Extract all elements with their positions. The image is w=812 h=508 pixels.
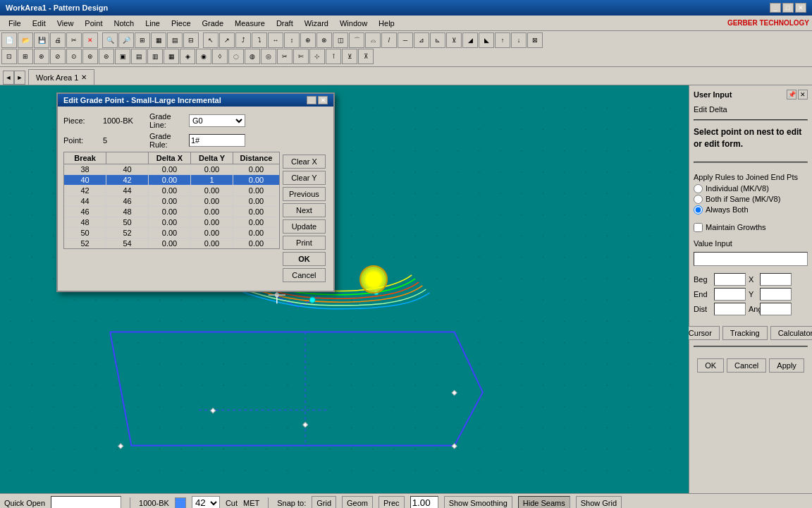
input-dy-5[interactable] xyxy=(192,218,231,226)
panel-apply-button[interactable]: Apply xyxy=(769,358,804,373)
panel-close-btn[interactable]: ✕ xyxy=(798,90,808,99)
tb-tool15[interactable]: ⊾ xyxy=(430,32,445,48)
maintain-growths-checkbox[interactable] xyxy=(694,223,703,232)
tb2-20[interactable]: ⊹ xyxy=(309,49,325,64)
input-break1-7[interactable] xyxy=(66,239,104,248)
input-break1-0[interactable] xyxy=(66,165,104,174)
input-dx-4[interactable] xyxy=(150,207,189,216)
grade-line-select[interactable]: G0 xyxy=(189,114,245,127)
tb-tool19[interactable]: ↑ xyxy=(495,32,510,48)
input-dist-0[interactable] xyxy=(235,165,278,174)
panel-cancel-button[interactable]: Cancel xyxy=(727,358,766,373)
next-button[interactable]: Next xyxy=(283,203,326,217)
radio-both-same[interactable]: Both if Same (MK/V8) xyxy=(694,195,808,204)
minimize-btn[interactable]: _ xyxy=(770,3,781,13)
menu-view[interactable]: View xyxy=(51,18,80,29)
dialog-close-btn[interactable]: ✕ xyxy=(318,96,328,104)
input-break2-3[interactable] xyxy=(108,197,147,205)
tb2-10[interactable]: ▥ xyxy=(147,49,163,64)
menu-edit[interactable]: Edit xyxy=(27,18,51,29)
menu-help[interactable]: Help xyxy=(373,18,400,29)
tb2-5[interactable]: ⊙ xyxy=(66,49,82,64)
cell-dx-4[interactable] xyxy=(149,207,191,217)
tb-tool4[interactable]: ⤵ xyxy=(252,32,267,48)
tb2-22[interactable]: ⊻ xyxy=(342,49,357,64)
input-dy-2[interactable] xyxy=(192,186,231,195)
input-dist-7[interactable] xyxy=(235,239,278,248)
input-dx-6[interactable] xyxy=(150,229,189,237)
cell-break1-7[interactable] xyxy=(64,238,106,248)
cell-dist-7[interactable] xyxy=(233,238,279,248)
tb-zoom-out[interactable]: 🔎 xyxy=(118,32,134,48)
size-select[interactable]: 42 xyxy=(192,496,220,509)
cell-dist-4[interactable] xyxy=(233,207,279,217)
tb-tool5[interactable]: ↔ xyxy=(268,32,283,48)
tb-tool2[interactable]: ↗ xyxy=(219,32,235,48)
input-dy-3[interactable] xyxy=(192,197,231,205)
prec-snap-btn[interactable]: Prec xyxy=(379,496,405,509)
menu-piece[interactable]: Piece xyxy=(166,18,197,29)
panel-pin-btn[interactable]: 📌 xyxy=(787,90,796,99)
cell-break2-7[interactable] xyxy=(106,238,149,248)
snap-value-input[interactable] xyxy=(410,496,438,509)
tb-tool13[interactable]: ─ xyxy=(398,32,413,48)
tb-zoom-fit[interactable]: ⊞ xyxy=(135,32,150,48)
tb2-11[interactable]: ▦ xyxy=(164,49,179,64)
input-dist-5[interactable] xyxy=(235,218,278,226)
tb2-16[interactable]: ◍ xyxy=(245,49,260,64)
input-dist-4[interactable] xyxy=(235,207,278,216)
ok-button[interactable]: OK xyxy=(283,252,326,266)
input-dx-2[interactable] xyxy=(150,186,189,195)
input-dist-2[interactable] xyxy=(235,186,278,195)
input-dy-6[interactable] xyxy=(192,229,231,237)
cell-dy-5[interactable] xyxy=(191,217,233,227)
cell-dy-6[interactable] xyxy=(191,228,233,238)
value-input-field[interactable] xyxy=(694,252,808,266)
cell-break1-4[interactable] xyxy=(64,207,106,217)
cell-break1-2[interactable] xyxy=(64,186,106,195)
tb-tool21[interactable]: ⊠ xyxy=(527,32,543,48)
input-dist-3[interactable] xyxy=(235,197,278,205)
cell-break2-2[interactable] xyxy=(106,186,149,195)
tb-tool17[interactable]: ◢ xyxy=(462,32,478,48)
cell-dist-2[interactable] xyxy=(233,186,279,195)
input-break1-1[interactable] xyxy=(66,176,104,184)
cell-break1-6[interactable] xyxy=(64,228,106,238)
tb2-3[interactable]: ⊛ xyxy=(34,49,49,64)
tb2-15[interactable]: ◌ xyxy=(228,49,244,64)
tb-zoom-in[interactable]: 🔍 xyxy=(102,32,118,48)
cell-dy-2[interactable] xyxy=(191,186,233,195)
clear-x-button[interactable]: Clear X xyxy=(283,155,326,169)
cell-break1-1[interactable] xyxy=(64,175,106,185)
cell-break2-3[interactable] xyxy=(106,196,149,206)
dialog-minimize-btn[interactable]: _ xyxy=(307,96,316,104)
tab-prev-btn[interactable]: ◄ xyxy=(3,71,14,85)
show-grid-btn[interactable]: Show Grid xyxy=(576,496,622,509)
tracking-button[interactable]: Tracking xyxy=(722,326,768,340)
input-break2-7[interactable] xyxy=(108,239,147,248)
grid-row-1[interactable] xyxy=(64,175,279,186)
tb2-12[interactable]: ◈ xyxy=(180,49,195,64)
menu-draft[interactable]: Draft xyxy=(271,18,299,29)
input-break2-6[interactable] xyxy=(108,229,147,237)
grid-row-3[interactable] xyxy=(64,196,279,207)
cell-break1-3[interactable] xyxy=(64,196,106,206)
tb2-1[interactable]: ⊡ xyxy=(1,49,17,64)
cell-break2-0[interactable] xyxy=(106,164,149,174)
clear-y-button[interactable]: Clear Y xyxy=(283,171,326,185)
beg-x-input[interactable] xyxy=(714,273,746,286)
tb-tool11[interactable]: ⌓ xyxy=(365,32,381,48)
cell-break1-5[interactable] xyxy=(64,217,106,227)
canvas-area[interactable]: Edit Grade Point - Small-Large Increment… xyxy=(0,85,689,493)
geom-snap-btn[interactable]: Geom xyxy=(342,496,373,509)
tb-tool12[interactable]: / xyxy=(381,32,397,48)
cell-dy-7[interactable] xyxy=(191,238,233,248)
tab-next-btn[interactable]: ► xyxy=(14,71,25,85)
cell-dist-0[interactable] xyxy=(233,164,279,174)
input-dx-0[interactable] xyxy=(150,165,189,174)
input-break1-4[interactable] xyxy=(66,207,104,216)
grid-row-7[interactable] xyxy=(64,238,279,248)
cell-break2-4[interactable] xyxy=(106,207,149,217)
tb-tool6[interactable]: ↕ xyxy=(284,32,300,48)
menu-point[interactable]: Point xyxy=(79,18,108,29)
